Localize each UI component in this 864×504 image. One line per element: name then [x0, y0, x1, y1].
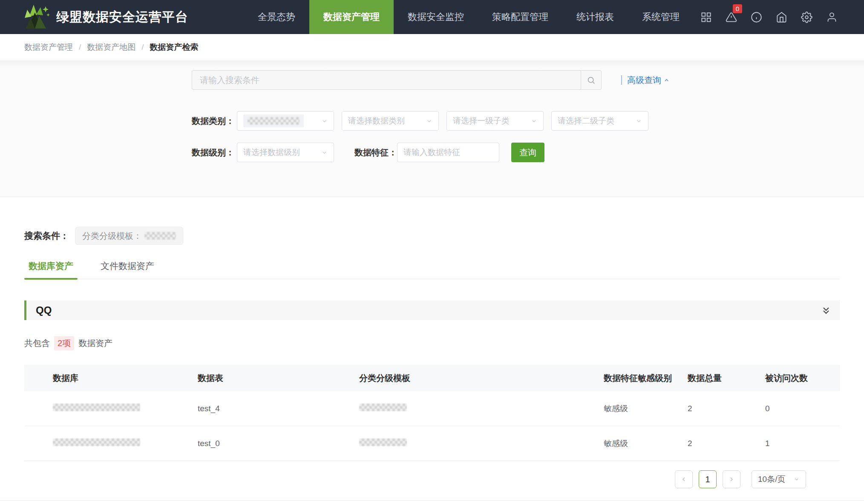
cell-total: 2: [688, 404, 765, 413]
asset-type-tabs: 数据库资产 文件数据资产: [24, 258, 840, 279]
data-level-label: 数据级别：: [192, 147, 237, 158]
condition-tag-prefix: 分类分级模板：: [82, 230, 142, 242]
redacted-template-name: [359, 438, 407, 446]
selected-template-tag: [243, 115, 304, 127]
advanced-query-link[interactable]: 高级查询: [621, 74, 670, 86]
chevron-down-icon: [321, 149, 328, 156]
redacted-value: [144, 232, 176, 240]
nav-item-security-monitoring[interactable]: 数据安全监控: [394, 0, 478, 34]
table-row[interactable]: test_4 敏感级 2 0: [24, 391, 840, 426]
top-navigation: 绿盟数据安全运营平台 全景态势 数据资产管理 数据安全监控 策略配置管理 统计报…: [0, 0, 864, 34]
nav-item-panorama[interactable]: 全景态势: [244, 0, 309, 34]
col-header-visits: 被访问次数: [765, 372, 840, 384]
alert-triangle-icon[interactable]: 0: [726, 11, 737, 23]
table-row[interactable]: test_0 敏感级 2 1: [24, 426, 840, 461]
home-icon[interactable]: [776, 11, 787, 23]
page-number-button[interactable]: 1: [699, 470, 717, 488]
cell-visits: 0: [765, 404, 840, 413]
asset-table: 数据库 数据表 分类分级模板 数据特征敏感级别 数据总量 被访问次数 test_…: [24, 365, 840, 461]
nav-item-data-assets[interactable]: 数据资产管理: [309, 0, 394, 34]
nav-item-reports[interactable]: 统计报表: [562, 0, 628, 34]
col-header-database: 数据库: [24, 372, 198, 384]
chevron-down-icon: [636, 118, 642, 124]
data-feature-input[interactable]: [397, 143, 499, 162]
tab-database-assets[interactable]: 数据库资产: [24, 258, 78, 279]
summary-suffix: 数据资产: [78, 338, 112, 349]
redacted-database-name: [53, 438, 140, 446]
chevron-down-icon: [794, 476, 800, 482]
chevron-up-icon: [663, 77, 670, 83]
col-header-table: 数据表: [198, 372, 359, 384]
condition-tag: 分类分级模板：: [75, 227, 183, 245]
asset-count-summary: 共包含 2项 数据资产: [24, 336, 864, 350]
search-input[interactable]: [192, 71, 581, 89]
search-button[interactable]: [581, 71, 601, 89]
data-category-select[interactable]: 请选择数据类别: [342, 111, 439, 131]
collapse-toggle[interactable]: [821, 305, 831, 315]
info-circle-icon[interactable]: [751, 11, 762, 23]
asset-count-badge: 2项: [54, 336, 74, 350]
nav-icon-group: 0: [700, 11, 864, 23]
breadcrumb-item-2[interactable]: 数据资产地图: [87, 42, 135, 53]
alert-count-badge: 0: [733, 4, 742, 13]
double-chevron-down-icon: [821, 305, 831, 315]
cell-total: 2: [688, 439, 765, 448]
redacted-value: [248, 117, 300, 125]
search-icon: [587, 76, 596, 85]
brand: 绿盟数据安全运营平台: [0, 4, 188, 30]
sub-category-1-select[interactable]: 请选择一级子类: [446, 111, 544, 131]
data-category-label: 数据类别：: [192, 115, 237, 127]
summary-prefix: 共包含: [24, 338, 50, 349]
cell-sensitivity: 敏感级: [604, 403, 688, 414]
table-header-row: 数据库 数据表 分类分级模板 数据特征敏感级别 数据总量 被访问次数: [24, 365, 840, 391]
nav-item-policy-config[interactable]: 策略配置管理: [478, 0, 562, 34]
brand-title: 绿盟数据安全运营平台: [56, 9, 188, 26]
cell-table-name: test_4: [198, 404, 359, 413]
user-icon[interactable]: [826, 11, 838, 23]
breadcrumb-item-current: 数据资产检索: [150, 42, 199, 53]
redacted-database-name: [53, 404, 140, 411]
select-placeholder: 请选择数据类别: [348, 115, 405, 126]
breadcrumb-item-1[interactable]: 数据资产管理: [24, 42, 73, 53]
advanced-query-label: 高级查询: [627, 74, 661, 86]
chevron-down-icon: [321, 118, 328, 124]
asset-group-header[interactable]: QQ: [24, 301, 840, 320]
data-level-select[interactable]: 请选择数据级别: [237, 143, 334, 162]
page-size-select[interactable]: 10条/页: [752, 470, 806, 488]
cell-visits: 1: [765, 439, 840, 448]
chevron-down-icon: [426, 118, 432, 124]
conditions-label: 搜索条件：: [24, 230, 69, 242]
advanced-query-divider: [621, 75, 622, 85]
cell-sensitivity: 敏感级: [604, 438, 688, 449]
prev-page-button[interactable]: [675, 470, 693, 488]
search-panel: 高级查询 数据类别： 请选择数据类别 请选择一级子类 请选择二级子类 数据级别：…: [0, 60, 864, 197]
search-conditions: 搜索条件： 分类分级模板：: [24, 227, 864, 245]
chevron-right-icon: [728, 476, 735, 483]
redacted-template-name: [359, 404, 407, 411]
data-feature-label: 数据特征：: [354, 147, 397, 158]
category-template-select[interactable]: [237, 111, 334, 131]
sub-category-2-select[interactable]: 请选择二级子类: [551, 111, 648, 131]
select-placeholder: 请选择一级子类: [453, 115, 510, 126]
cell-table-name: test_0: [198, 439, 359, 448]
apps-grid-icon[interactable]: [700, 11, 712, 23]
breadcrumb: 数据资产管理 / 数据资产地图 / 数据资产检索: [0, 34, 864, 60]
nsfocus-logo-icon: [22, 4, 50, 30]
chevron-left-icon: [680, 476, 687, 483]
search-input-group: [192, 70, 602, 90]
query-button[interactable]: 查询: [511, 143, 544, 162]
col-header-total: 数据总量: [688, 372, 765, 384]
gear-icon[interactable]: [801, 11, 812, 23]
next-page-button[interactable]: [723, 470, 740, 488]
breadcrumb-separator: /: [79, 43, 81, 52]
page-size-value: 10条/页: [758, 474, 785, 485]
pagination: 1 10条/页: [24, 470, 806, 488]
col-header-template: 分类分级模板: [359, 372, 604, 384]
main-menu: 全景态势 数据资产管理 数据安全监控 策略配置管理 统计报表 系统管理: [244, 0, 694, 34]
col-header-sensitivity: 数据特征敏感级别: [604, 372, 688, 384]
nav-item-system[interactable]: 系统管理: [628, 0, 694, 34]
tab-file-assets[interactable]: 文件数据资产: [96, 258, 158, 279]
group-title: QQ: [36, 304, 52, 316]
breadcrumb-separator: /: [141, 43, 144, 52]
select-placeholder: 请选择数据级别: [243, 147, 300, 158]
